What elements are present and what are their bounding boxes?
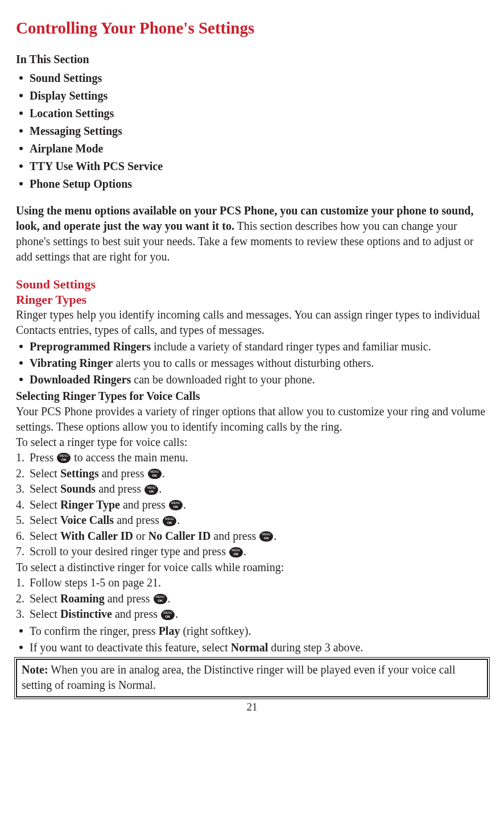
step: Select Distinctive and press . <box>16 606 488 622</box>
step: Select Roaming and press . <box>16 591 488 607</box>
toc-item: TTY Use With PCS Service <box>16 158 488 175</box>
step-text: Select <box>30 498 60 511</box>
toc-item: Messaging Settings <box>16 122 488 140</box>
step-bold: Distinctive <box>60 608 112 620</box>
step: Select Voice Calls and press . <box>16 513 488 528</box>
post-steps-list: To confirm the ringer, press Play (right… <box>16 623 488 655</box>
menu-ok-icon <box>229 547 243 557</box>
step-text: Scroll to your desired ringer type and p… <box>30 545 229 557</box>
step: Select Settings and press . <box>16 466 488 482</box>
list-item: Preprogrammed Ringers include a variety … <box>16 339 488 354</box>
step: Select Ringer Type and press . <box>16 497 488 513</box>
step-text: Select <box>30 482 60 495</box>
step-text: and press <box>96 482 144 495</box>
menu-ok-icon <box>148 469 162 479</box>
step-bold: With Caller ID <box>60 530 133 542</box>
period: . <box>175 608 178 620</box>
toc-item: Airplane Mode <box>16 140 488 158</box>
menu-ok-icon <box>154 594 167 604</box>
step: Press to access the main menu. <box>16 450 488 466</box>
normal-label: Normal <box>231 641 268 654</box>
step: Follow steps 1-5 on page 21. <box>16 575 488 591</box>
step: Select With Caller ID or No Caller ID an… <box>16 528 488 544</box>
preprogrammed-label: Preprogrammed Ringers <box>30 340 151 353</box>
step-text: Select <box>30 467 60 480</box>
step-bold: Sounds <box>60 482 96 495</box>
step-bold: No Caller ID <box>148 530 211 542</box>
section-heading-sound: Sound Settings <box>16 277 488 292</box>
step-text: Select <box>30 530 60 542</box>
vibrating-text: alerts you to calls or messages without … <box>113 357 374 369</box>
list-item: To confirm the ringer, press Play (right… <box>16 623 488 639</box>
step-text: and press <box>210 530 259 542</box>
to-select-roaming-label: To select a distinctive ringer for voice… <box>16 560 488 575</box>
menu-ok-icon <box>169 500 183 510</box>
step: Scroll to your desired ringer type and p… <box>16 544 488 560</box>
step-text: and press <box>99 467 147 480</box>
ringer-types-list: Preprogrammed Ringers include a variety … <box>16 339 488 387</box>
downloaded-text: can be downloaded right to your phone. <box>131 373 315 386</box>
toc-item: Phone Setup Options <box>16 175 488 193</box>
step-bold: Settings <box>60 467 99 480</box>
step-text: to access the main menu. <box>71 451 188 464</box>
downloaded-label: Downloaded Ringers <box>30 373 131 386</box>
step-text: Select <box>30 514 60 526</box>
roaming-steps: Follow steps 1-5 on page 21. Select Roam… <box>16 575 488 622</box>
period: . <box>162 467 165 480</box>
toc-item: Location Settings <box>16 105 488 122</box>
step-text: Select <box>30 592 60 605</box>
text: If you want to deactivate this feature, … <box>30 641 231 654</box>
period: . <box>168 592 171 605</box>
in-this-section-heading: In This Section <box>16 52 488 67</box>
step-bold: Voice Calls <box>60 514 114 526</box>
note-label: Note: <box>22 663 48 676</box>
menu-ok-icon <box>57 453 71 463</box>
list-item: Vibrating Ringer alerts you to calls or … <box>16 356 488 371</box>
step-text: Press <box>30 451 56 464</box>
page-number: 21 <box>16 700 488 714</box>
selecting-heading: Selecting Ringer Types for Voice Calls <box>16 389 488 404</box>
page-title: Controlling Your Phone's Settings <box>16 17 488 39</box>
text: To confirm the ringer, press <box>30 625 159 637</box>
step-text: and press <box>112 608 160 620</box>
intro-paragraph: Using the menu options available on your… <box>16 203 488 265</box>
period: . <box>177 514 180 526</box>
section-heading-ringer-types: Ringer Types <box>16 292 488 307</box>
menu-ok-icon <box>259 531 273 542</box>
period: . <box>274 530 276 542</box>
list-item: If you want to deactivate this feature, … <box>16 640 488 655</box>
note-text: When you are in analog area, the Distinc… <box>22 663 456 691</box>
menu-ok-icon <box>161 610 175 620</box>
period: . <box>243 545 246 557</box>
note-box: Note: When you are in analog area, the D… <box>16 659 488 697</box>
preprogrammed-text: include a variety of standard ringer typ… <box>151 340 431 353</box>
text: (right softkey). <box>180 625 251 637</box>
list-item: Downloaded Ringers can be downloaded rig… <box>16 372 488 387</box>
step-text: and press <box>120 498 168 511</box>
step: Select Sounds and press . <box>16 481 488 497</box>
selecting-paragraph: Your PCS Phone provides a variety of rin… <box>16 404 488 435</box>
toc-item: Sound Settings <box>16 69 488 87</box>
voice-steps: Press to access the main menu. Select Se… <box>16 450 488 560</box>
toc-list: Sound Settings Display Settings Location… <box>16 69 488 193</box>
menu-ok-icon <box>163 516 176 526</box>
menu-ok-icon <box>144 485 158 495</box>
vibrating-label: Vibrating Ringer <box>30 357 113 369</box>
step-text: and press <box>105 592 153 605</box>
step-bold: Ringer Type <box>60 498 120 511</box>
play-label: Play <box>159 625 180 637</box>
period: . <box>183 498 186 511</box>
text: during step 3 above. <box>268 641 363 654</box>
to-select-voice-label: To select a ringer type for voice calls: <box>16 435 488 450</box>
step-bold: Roaming <box>60 592 105 605</box>
step-text: or <box>133 530 148 542</box>
ringer-types-paragraph: Ringer types help you identify incoming … <box>16 307 488 338</box>
period: . <box>159 482 162 495</box>
step-text: Select <box>30 608 60 620</box>
toc-item: Display Settings <box>16 87 488 105</box>
step-text: and press <box>114 514 162 526</box>
